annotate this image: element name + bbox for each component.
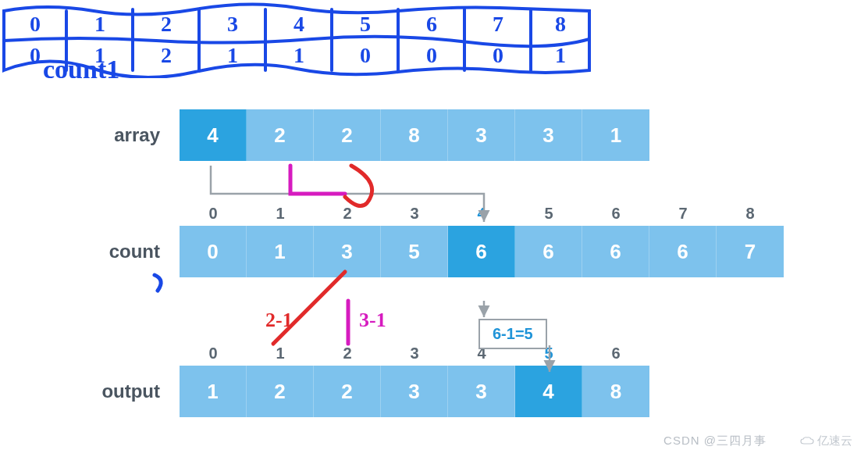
output-cells: 1223348: [180, 366, 649, 417]
count-label: count: [16, 241, 180, 262]
index-label: 1: [247, 205, 314, 223]
svg-text:5: 5: [360, 12, 371, 36]
handwritten-count1-label: count1: [43, 55, 119, 84]
cell: 3: [448, 366, 515, 417]
cell: 5: [381, 226, 448, 277]
annotation-red-text: 2-1: [265, 309, 293, 331]
index-label: 2: [314, 205, 381, 223]
index-label: 3: [381, 345, 448, 362]
index-label: 4: [448, 205, 515, 223]
count-row: count 013566667: [16, 226, 852, 277]
cell: 6: [649, 226, 717, 277]
index-label: 0: [180, 205, 247, 223]
cell: 3: [515, 109, 582, 161]
svg-text:8: 8: [555, 12, 566, 36]
cell: 6: [448, 226, 515, 277]
watermark-csdn: CSDN @三四月事: [663, 434, 767, 448]
cell: 8: [381, 109, 448, 161]
index-label: 5: [515, 205, 582, 223]
array-cells: 4228331: [180, 109, 649, 161]
cell: 2: [314, 366, 381, 417]
index-label: 0: [180, 345, 247, 362]
svg-text:6: 6: [426, 12, 437, 36]
annotation-magenta-text: 3-1: [359, 309, 386, 331]
array-row: array 4228331: [16, 109, 852, 161]
svg-text:1: 1: [227, 43, 238, 67]
index-label: 2: [314, 345, 381, 362]
index-label: 6: [582, 205, 649, 223]
index-label: 3: [381, 205, 448, 223]
svg-text:7: 7: [493, 12, 503, 36]
index-label: 1: [247, 345, 314, 362]
cell: 4: [515, 366, 582, 417]
cell: 3: [314, 226, 381, 277]
watermark-yisuyun: 亿速云: [800, 434, 852, 448]
svg-text:0: 0: [30, 43, 41, 67]
svg-text:0: 0: [493, 43, 503, 67]
cell: 3: [448, 109, 515, 161]
cell: 0: [180, 226, 247, 277]
svg-text:0: 0: [30, 12, 41, 36]
svg-text:3: 3: [227, 12, 238, 36]
index-label: 7: [649, 205, 717, 223]
array-label: array: [16, 124, 180, 146]
cell: 6: [515, 226, 582, 277]
cell: 1: [180, 366, 247, 417]
cell: 2: [247, 109, 314, 161]
output-row: output 1223348: [16, 366, 852, 417]
cell: 1: [582, 109, 649, 161]
count-index-row: 012345678: [180, 205, 852, 223]
cell: 1: [247, 226, 314, 277]
output-row-block: 0123456 output 1223348: [16, 345, 852, 417]
index-label: 8: [717, 205, 784, 223]
counting-sort-diagram: array 4228331 012345678 count 013566667 …: [16, 109, 852, 417]
count-row-block: 012345678 count 013566667: [16, 205, 852, 277]
cell: 8: [582, 366, 649, 417]
svg-text:0: 0: [360, 43, 371, 67]
svg-text:4: 4: [293, 12, 304, 36]
count-cells: 013566667: [180, 226, 784, 277]
cloud-icon: [800, 437, 814, 446]
cell: 6: [582, 226, 649, 277]
svg-text:1: 1: [555, 43, 566, 67]
cell: 7: [717, 226, 784, 277]
array-row-block: array 4228331: [16, 109, 852, 161]
svg-text:1: 1: [293, 43, 304, 67]
svg-text:2: 2: [161, 12, 172, 36]
cell: 4: [180, 109, 247, 161]
index-label: 6: [582, 345, 649, 362]
cell: 2: [314, 109, 381, 161]
cell: 2: [247, 366, 314, 417]
svg-text:0: 0: [426, 43, 437, 67]
svg-text:2: 2: [161, 43, 172, 67]
cell: 3: [381, 366, 448, 417]
output-label: output: [16, 380, 180, 402]
equation-box: 6-1=5: [478, 319, 547, 349]
svg-text:1: 1: [94, 12, 105, 36]
